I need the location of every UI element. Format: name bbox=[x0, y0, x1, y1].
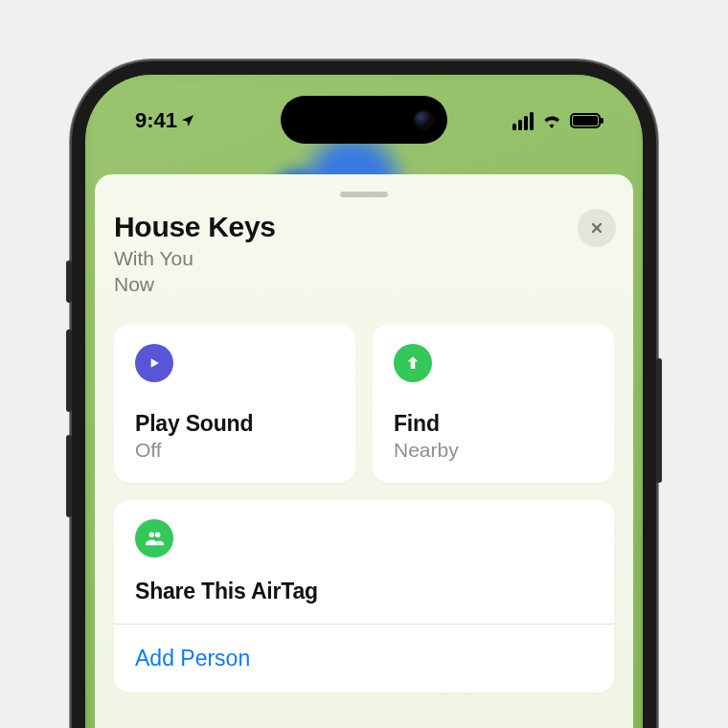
power-button bbox=[656, 358, 662, 483]
status-time: 9:41 bbox=[135, 108, 177, 133]
status-time-group: 9:41 bbox=[135, 108, 195, 133]
people-icon bbox=[135, 519, 173, 557]
play-sound-card[interactable]: Play Sound Off bbox=[114, 325, 355, 483]
share-title: Share This AirTag bbox=[135, 579, 593, 604]
close-icon bbox=[589, 220, 604, 236]
volume-up-button bbox=[66, 330, 72, 412]
play-sound-label: Play Sound bbox=[135, 411, 334, 437]
item-timestamp: Now bbox=[114, 273, 154, 295]
add-person-button[interactable]: Add Person bbox=[135, 625, 593, 693]
cellular-icon bbox=[512, 112, 534, 130]
play-sound-status: Off bbox=[135, 439, 334, 462]
location-services-icon bbox=[180, 113, 195, 128]
status-right-group bbox=[512, 112, 601, 130]
item-subtitle: With You Now bbox=[114, 245, 614, 298]
front-camera bbox=[415, 111, 432, 128]
item-title: House Keys bbox=[114, 211, 614, 243]
item-location: With You bbox=[114, 247, 193, 269]
sheet-header: House Keys With You Now bbox=[114, 211, 614, 298]
battery-icon bbox=[570, 113, 601, 128]
arrow-up-icon bbox=[394, 344, 432, 382]
find-label: Find bbox=[394, 411, 593, 437]
dynamic-island bbox=[281, 96, 447, 144]
phone-device-frame: 9:41 House Keys With You Now bbox=[72, 61, 656, 728]
play-icon bbox=[135, 344, 173, 382]
item-detail-sheet: House Keys With You Now Play Sound Off bbox=[95, 174, 633, 728]
mute-switch bbox=[66, 261, 72, 303]
share-card: Share This AirTag Add Person bbox=[114, 500, 614, 693]
wifi-icon bbox=[541, 113, 562, 128]
phone-screen: 9:41 House Keys With You Now bbox=[85, 75, 643, 728]
action-card-row: Play Sound Off Find Nearby bbox=[114, 325, 614, 483]
sheet-grabber[interactable] bbox=[340, 192, 388, 197]
volume-down-button bbox=[66, 435, 72, 517]
find-card[interactable]: Find Nearby bbox=[373, 325, 614, 483]
close-button[interactable] bbox=[578, 209, 616, 247]
find-status: Nearby bbox=[394, 439, 593, 462]
